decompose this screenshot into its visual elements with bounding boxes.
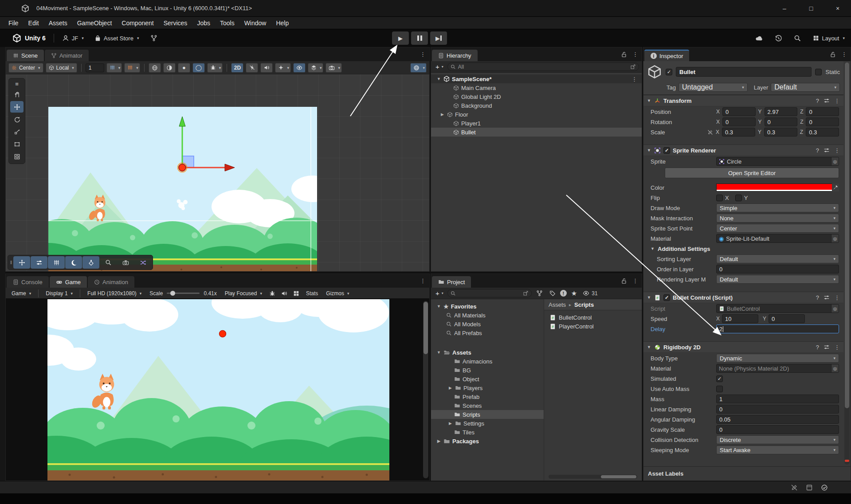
tree-row-all-prefabs[interactable]: All Prefabs [431, 328, 544, 337]
tree-row-all-materials[interactable]: All Materials [431, 311, 544, 320]
linear-damping-field[interactable]: 0 [716, 405, 839, 414]
speed-y-field[interactable]: 0 [769, 314, 805, 323]
close-button[interactable]: × [824, 0, 851, 17]
flip-y-checkbox[interactable] [735, 195, 742, 201]
project-horizontal-scrollbar[interactable] [549, 475, 637, 479]
overlay-move-button[interactable] [13, 256, 30, 269]
overlay-search-button[interactable] [100, 256, 117, 269]
lock-open-icon[interactable] [830, 51, 836, 58]
transform-header[interactable]: ▼ Transform ? ⋮ [643, 95, 843, 106]
file-row-bulletcontrol[interactable]: BulletControl [544, 313, 642, 322]
rect-tool[interactable] [10, 138, 24, 150]
tree-row-background[interactable]: Background [431, 101, 642, 110]
bug-icon[interactable] [269, 290, 275, 297]
tree-row-favorites[interactable]: ▼ ★ Favorites [431, 302, 544, 311]
grid-visual-button[interactable]: ▾ [124, 63, 140, 73]
overlay-grid-button[interactable] [48, 256, 65, 269]
project-menu-kebab-icon[interactable]: ⋮ [632, 277, 638, 284]
sprite-renderer-header[interactable]: ▼ Sprite Renderer ? ⋮ [643, 145, 843, 156]
scene-lighting-button[interactable] [246, 63, 258, 73]
cloud-icon[interactable] [755, 34, 763, 42]
tree-row-scripts[interactable]: Scripts [431, 410, 544, 419]
asset-labels-bar[interactable]: Asset Labels [643, 466, 851, 481]
tree-row-settings[interactable]: ▶ Settings [431, 419, 544, 428]
overlay-moon-button[interactable] [65, 256, 82, 269]
sprite-object-field[interactable]: Circle ◎ [716, 157, 839, 166]
sleeping-mode-dropdown[interactable]: Start Awake▾ [716, 445, 839, 454]
overlay-sliders-button[interactable] [31, 256, 47, 269]
foldout-closed-icon[interactable]: ▶ [440, 112, 445, 117]
script-object-field[interactable]: BulletControl ◎ [716, 304, 839, 313]
preset-icon[interactable] [824, 98, 830, 104]
overlay-drag-handle[interactable]: ‖ [9, 256, 13, 269]
play-button[interactable]: ▶ [392, 31, 409, 45]
audio-toggle-button[interactable] [260, 63, 273, 73]
overlay-shuffle-button[interactable] [134, 256, 151, 269]
grid-size-field[interactable]: 1 [86, 63, 104, 72]
menu-window[interactable]: Window [239, 17, 271, 29]
breadcrumb-current[interactable]: Scripts [574, 301, 594, 308]
body-type-dropdown[interactable]: Dynamic▾ [716, 354, 839, 363]
collab-brush-disabled-icon[interactable] [791, 484, 798, 491]
flip-x-checkbox[interactable] [716, 195, 723, 201]
ellipse-view-button[interactable]: ● [178, 63, 190, 73]
stats-button[interactable]: Stats [306, 290, 318, 297]
hierarchy-search-input[interactable]: All [447, 63, 639, 71]
menu-gameobject[interactable]: GameObject [72, 17, 117, 29]
vsync-grid-icon[interactable] [293, 290, 299, 297]
mute-audio-icon[interactable] [281, 290, 287, 297]
package-box-icon[interactable] [806, 484, 813, 491]
tree-row-bullet[interactable]: Bullet [431, 128, 642, 137]
display-dropdown[interactable]: Display 1▾ [43, 289, 76, 298]
order-in-layer-field[interactable]: 0 [716, 265, 839, 273]
resolution-dropdown[interactable]: Full HD (1920x1080)▾ [84, 289, 145, 298]
game-vertical-scrollbar[interactable] [423, 301, 428, 478]
object-picker-icon[interactable]: ◎ [831, 364, 839, 372]
component-kebab-icon[interactable]: ⋮ [834, 98, 840, 104]
shaded-mode-button[interactable] [149, 63, 161, 73]
tree-row-all-models[interactable]: All Models [431, 320, 544, 328]
import-warning-icon[interactable]: ! [560, 290, 567, 297]
tab-console[interactable]: Console [7, 276, 49, 288]
hidden-objects-eye-button[interactable] [293, 63, 306, 73]
view-hand-tool[interactable] [10, 89, 24, 100]
angular-damping-field[interactable]: 0.05 [716, 415, 839, 424]
object-picker-icon[interactable]: ◎ [831, 157, 839, 165]
tab-scene[interactable]: Scene [7, 50, 44, 61]
tool-handle-position-dropdown[interactable]: Center▾ [8, 63, 43, 73]
active-checkbox[interactable] [666, 69, 672, 75]
tree-row-global-light[interactable]: Global Light 2D [431, 92, 642, 101]
scene-viewport[interactable]: ≡ ‖ [6, 74, 429, 271]
tree-row-assets[interactable]: ▼ Assets [431, 348, 544, 357]
open-search-window-icon[interactable] [523, 290, 529, 296]
camera-settings-button[interactable]: ▾ [325, 63, 342, 73]
eyedropper-icon[interactable] [833, 185, 838, 190]
menu-jobs[interactable]: Jobs [192, 17, 215, 29]
pause-button[interactable] [411, 31, 428, 45]
minimize-button[interactable]: – [771, 0, 798, 17]
gizmos-dropdown[interactable]: Gizmos▾ [323, 289, 352, 298]
rotation-x-field[interactable]: 0 [722, 117, 756, 126]
lock-open-icon[interactable] [621, 51, 627, 58]
tag-dropdown[interactable]: Untagged▾ [678, 83, 748, 92]
2d-toggle-button[interactable]: 2D [231, 63, 243, 73]
component-enabled-checkbox[interactable] [663, 294, 670, 301]
search-by-label-tag-icon[interactable] [549, 290, 556, 297]
layers-visibility-button[interactable]: ▾ [308, 63, 324, 73]
rotation-z-field[interactable]: 0 [806, 117, 839, 126]
simulated-checkbox[interactable] [716, 375, 723, 382]
gravity-scale-field[interactable]: 0 [716, 425, 839, 434]
maximize-button[interactable]: □ [798, 0, 824, 17]
play-focus-dropdown[interactable]: Play Focused▾ [222, 289, 265, 298]
rotate-tool[interactable] [10, 113, 24, 125]
tree-row-prefab[interactable]: Prefab [431, 392, 544, 401]
scale-z-field[interactable]: 0.3 [806, 128, 839, 137]
color-swatch[interactable] [716, 184, 839, 191]
gameobject-icon[interactable] [647, 64, 662, 79]
static-checkbox[interactable] [815, 69, 822, 75]
tree-row-object[interactable]: Object [431, 375, 544, 383]
create-asset-button[interactable]: +▾ [434, 289, 445, 297]
move-tool[interactable] [10, 101, 24, 113]
foldout-open-icon[interactable]: ▼ [436, 304, 441, 309]
foldout-open-icon[interactable]: ▼ [647, 345, 651, 349]
